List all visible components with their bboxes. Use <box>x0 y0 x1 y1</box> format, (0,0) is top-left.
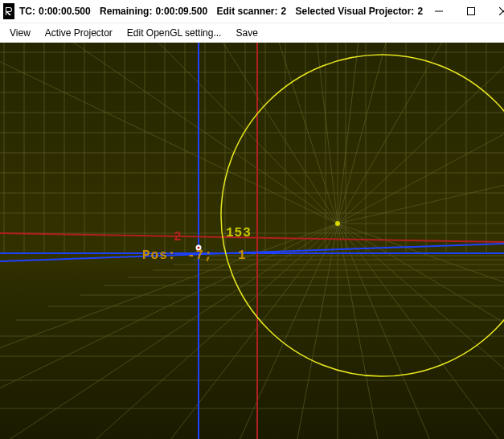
tc-label: TC: <box>19 6 35 17</box>
selected-projector-value: 2 <box>417 6 423 17</box>
close-button[interactable] <box>487 0 504 23</box>
remaining-label: Remaining: <box>100 6 152 17</box>
edit-scanner-value: 2 <box>281 6 287 17</box>
menubar: View Active Projector Edit OpenGL settin… <box>0 23 504 43</box>
menu-edit-opengl[interactable]: Edit OpenGL setting... <box>121 25 228 41</box>
titlebar: TC: 0:00:00.500 Remaining: 0:00:09.500 E… <box>0 0 504 23</box>
svg-rect-2 <box>468 8 475 15</box>
minimize-button[interactable] <box>423 0 455 23</box>
remaining-value: 0:00:09.500 <box>155 6 207 17</box>
menu-active-projector[interactable]: Active Projector <box>39 25 119 41</box>
viewport[interactable]: 2 153 Pos: -7; 1 <box>0 43 504 439</box>
title-texts: TC: 0:00:00.500 Remaining: 0:00:09.500 E… <box>19 6 423 17</box>
maximize-button[interactable] <box>455 0 487 23</box>
scene-3d <box>0 43 504 439</box>
window-controls <box>423 0 504 23</box>
selected-projector-label: Selected Visual Projector: <box>296 6 415 17</box>
tc-value: 0:00:00.500 <box>39 6 91 17</box>
edit-scanner-label: Edit scanner: <box>216 6 277 17</box>
svg-point-93 <box>198 247 200 249</box>
menu-view[interactable]: View <box>3 25 37 41</box>
app-icon <box>3 3 14 19</box>
svg-point-91 <box>335 221 340 226</box>
menu-save[interactable]: Save <box>229 25 264 41</box>
